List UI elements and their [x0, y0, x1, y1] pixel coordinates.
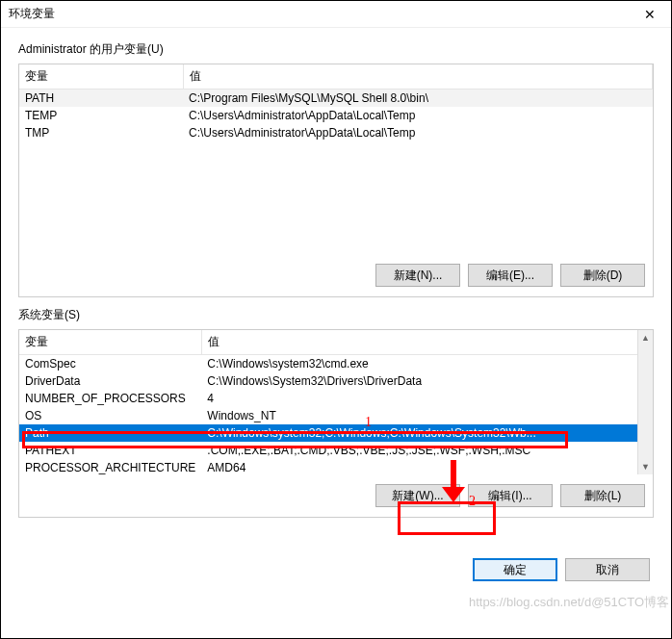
dialog-button-row: 确定 取消	[1, 541, 671, 595]
user-var-value: C:\Program Files\MySQL\MySQL Shell 8.0\b…	[183, 89, 653, 108]
user-vars-panel: 变量 值 PATH C:\Program Files\MySQL\MySQL S…	[18, 64, 654, 297]
user-var-value: C:\Users\Administrator\AppData\Local\Tem…	[183, 107, 653, 124]
system-edit-button[interactable]: 编辑(I)...	[468, 484, 553, 507]
user-var-name: PATH	[19, 89, 183, 108]
scroll-down-icon[interactable]: ▼	[638, 459, 653, 474]
table-row[interactable]: Path C:\Windows\system32;C:\Windows;C:\W…	[19, 424, 653, 442]
sys-col-value[interactable]: 值	[201, 330, 652, 355]
sys-var-value: Windows_NT	[201, 407, 652, 424]
user-vars-label: Administrator 的用户变量(U)	[18, 41, 654, 58]
sys-col-variable[interactable]: 变量	[19, 330, 201, 355]
arrow-down-icon	[436, 458, 471, 502]
user-var-value: C:\Users\Administrator\AppData\Local\Tem…	[183, 124, 653, 141]
table-row[interactable]: TEMP C:\Users\Administrator\AppData\Loca…	[19, 107, 653, 124]
svg-marker-1	[442, 487, 465, 502]
scroll-up-icon[interactable]: ▲	[638, 330, 653, 345]
table-row[interactable]: TMP C:\Users\Administrator\AppData\Local…	[19, 124, 653, 141]
user-col-variable[interactable]: 变量	[19, 64, 183, 89]
close-icon[interactable]: ✕	[636, 7, 663, 22]
user-var-name: TEMP	[19, 107, 183, 124]
sys-var-value: .COM;.EXE;.BAT;.CMD;.VBS;.VBE;.JS;.JSE;.…	[201, 442, 652, 459]
annotation-1: 1	[365, 415, 372, 430]
sys-var-name: Path	[19, 424, 201, 442]
titlebar: 环境变量 ✕	[1, 1, 671, 28]
sys-var-name: OS	[19, 407, 201, 424]
sys-var-value: 4	[201, 390, 652, 407]
window-title: 环境变量	[9, 6, 55, 22]
sys-var-value: AMD64	[201, 459, 652, 476]
scrollbar[interactable]: ▲ ▼	[637, 330, 653, 474]
user-vars-table-container: 变量 值 PATH C:\Program Files\MySQL\MySQL S…	[19, 64, 653, 254]
table-row[interactable]: ComSpec C:\Windows\system32\cmd.exe	[19, 355, 653, 373]
table-row[interactable]: OS Windows_NT	[19, 407, 653, 424]
sys-var-name: DriverData	[19, 372, 201, 390]
user-button-row: 新建(N)... 编辑(E)... 删除(D)	[19, 254, 653, 296]
system-vars-label: 系统变量(S)	[18, 307, 654, 323]
table-row[interactable]: DriverData C:\Windows\System32\Drivers\D…	[19, 372, 653, 390]
sys-var-name: ComSpec	[19, 355, 201, 373]
sys-var-value: C:\Windows\system32\cmd.exe	[201, 355, 652, 373]
sys-var-name: PATHEXT	[19, 442, 201, 459]
system-vars-table-container: 变量 值 ComSpec C:\Windows\system32\cmd.exe…	[19, 330, 653, 474]
sys-var-name: NUMBER_OF_PROCESSORS	[19, 390, 201, 407]
user-col-value[interactable]: 值	[183, 64, 653, 89]
user-var-name: TMP	[19, 124, 183, 141]
system-delete-button[interactable]: 删除(L)	[560, 484, 645, 507]
cancel-button[interactable]: 取消	[565, 558, 650, 581]
user-delete-button[interactable]: 删除(D)	[560, 264, 645, 287]
system-vars-panel: 变量 值 ComSpec C:\Windows\system32\cmd.exe…	[18, 329, 654, 518]
watermark-text: https://blog.csdn.net/d@51CTO博客	[469, 594, 669, 611]
sys-var-value: C:\Windows\system32;C:\Windows;C:\Window…	[201, 424, 652, 442]
sys-var-name: PROCESSOR_ARCHITECTURE	[19, 459, 201, 476]
table-row[interactable]: PATH C:\Program Files\MySQL\MySQL Shell …	[19, 89, 653, 108]
system-vars-table[interactable]: 变量 值 ComSpec C:\Windows\system32\cmd.exe…	[19, 330, 653, 476]
table-row[interactable]: NUMBER_OF_PROCESSORS 4	[19, 390, 653, 407]
table-row[interactable]: PROCESSOR_ARCHITECTURE AMD64	[19, 459, 653, 476]
ok-button[interactable]: 确定	[473, 558, 557, 581]
user-vars-table[interactable]: 变量 值 PATH C:\Program Files\MySQL\MySQL S…	[19, 64, 653, 141]
content-area: Administrator 的用户变量(U) 变量 值 PATH C:\Prog…	[1, 28, 671, 541]
user-edit-button[interactable]: 编辑(E)...	[468, 264, 553, 287]
table-row[interactable]: PATHEXT .COM;.EXE;.BAT;.CMD;.VBS;.VBE;.J…	[19, 442, 653, 459]
user-new-button[interactable]: 新建(N)...	[375, 264, 460, 287]
system-button-row: 新建(W)... 编辑(I)... 删除(L)	[19, 474, 653, 517]
sys-var-value: C:\Windows\System32\Drivers\DriverData	[201, 372, 652, 390]
